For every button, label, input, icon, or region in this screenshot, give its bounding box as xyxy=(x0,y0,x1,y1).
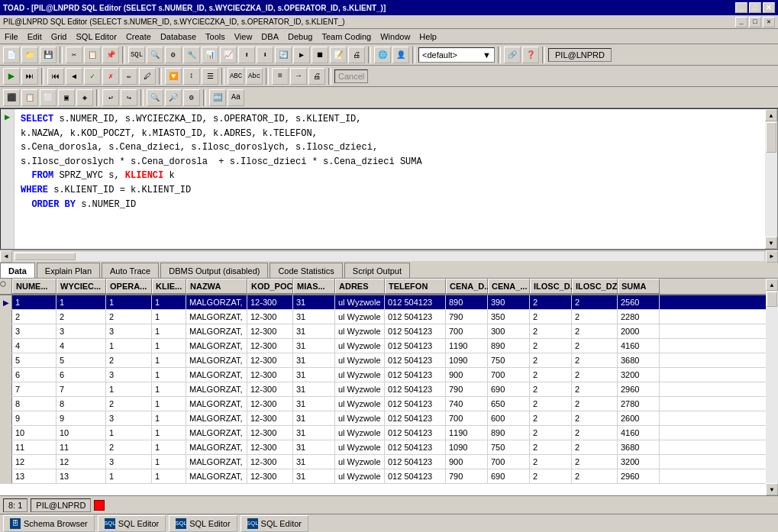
tab-data[interactable]: Data xyxy=(0,263,35,278)
tab-explain-plan[interactable]: Explain Plan xyxy=(37,263,100,278)
tb-btn-6[interactable]: 📈 xyxy=(220,47,237,63)
table-row[interactable]: 111121MALGORZAT,12-30031ul Wyzwole012 50… xyxy=(0,440,766,455)
col-header-klient[interactable]: KLIE... xyxy=(152,279,186,294)
tb3-btn9[interactable]: 🔎 xyxy=(165,89,182,106)
inner-maximize-button[interactable]: □ xyxy=(749,17,761,27)
tb2-sort-button[interactable]: ↕ xyxy=(183,68,200,85)
menu-database[interactable]: Database xyxy=(156,31,201,43)
tb-btn-17[interactable]: ❓ xyxy=(522,47,539,63)
table-row[interactable]: 7711MALGORZAT,12-30031ul Wyzwole012 5041… xyxy=(0,382,766,397)
table-row[interactable]: 101011MALGORZAT,12-30031ul Wyzwole012 50… xyxy=(0,426,766,440)
menu-dba[interactable]: DBA xyxy=(257,31,283,43)
scroll-down-button[interactable]: ▼ xyxy=(765,237,777,249)
menu-sql-editor[interactable]: SQL Editor xyxy=(71,31,121,43)
tb2-group-button[interactable]: ☰ xyxy=(202,68,218,85)
tb-btn-16[interactable]: 🔗 xyxy=(504,47,521,63)
table-row[interactable]: 9931MALGORZAT,12-30031ul Wyzwole012 5041… xyxy=(0,411,766,426)
hscroll-left-button[interactable]: ◀ xyxy=(0,250,12,263)
hscroll-thumb[interactable] xyxy=(15,253,76,260)
tb-btn-15[interactable]: 👤 xyxy=(392,47,409,63)
tb-cut-button[interactable]: ✂ xyxy=(66,47,82,63)
tb3-btn5[interactable]: ◈ xyxy=(76,89,93,106)
col-header-telefon[interactable]: TELEFON xyxy=(385,279,446,294)
hscroll-right-button[interactable]: ▶ xyxy=(766,250,778,263)
tb2-filter-button[interactable]: 🔽 xyxy=(165,68,182,85)
minimize-button[interactable]: _ xyxy=(735,2,747,13)
tb2-run-button[interactable]: ▶ xyxy=(3,68,20,85)
col-header-wycieczka[interactable]: WYCIEC... xyxy=(56,279,106,294)
tb-save-button[interactable]: 💾 xyxy=(40,47,56,63)
tab-code-statistics[interactable]: Code Statistics xyxy=(270,263,342,278)
col-header-ilosc-dz[interactable]: ILOSC_DZ... xyxy=(572,279,618,294)
menu-grid[interactable]: Grid xyxy=(47,31,72,43)
tb2-list-button[interactable]: ≡ xyxy=(272,68,289,85)
tb-btn-14[interactable]: 🌐 xyxy=(374,47,391,63)
tb-btn-12[interactable]: 📝 xyxy=(330,47,347,63)
tb-btn-1[interactable]: SQL xyxy=(128,47,145,63)
tb-paste-button[interactable]: 📌 xyxy=(102,47,119,63)
tb-btn-10[interactable]: ▶ xyxy=(293,47,310,63)
tb2-check-button[interactable]: ✓ xyxy=(84,68,101,85)
inner-minimize-button[interactable]: _ xyxy=(735,17,747,27)
grid-scroll-thumb[interactable] xyxy=(767,292,777,307)
table-row[interactable]: 121231MALGORZAT,12-30031ul Wyzwole012 50… xyxy=(0,455,766,469)
table-row[interactable]: ▶1111MALGORZAT,12-30031ul Wyzwole012 504… xyxy=(0,295,766,310)
tb3-btn10[interactable]: ⚙ xyxy=(183,89,200,106)
bottom-tab-sql3[interactable]: SQL SQL Editor xyxy=(241,515,308,532)
tb2-x-button[interactable]: ✗ xyxy=(102,68,119,85)
tb-btn-5[interactable]: 📊 xyxy=(202,47,218,63)
tb-btn-13[interactable]: 🖨 xyxy=(348,47,365,63)
tb3-btn7[interactable]: ↪ xyxy=(121,89,137,106)
tb-open-button[interactable]: 📁 xyxy=(21,47,38,63)
sql-content[interactable]: SELECT s.NUMER_ID, s.WYCIECZKA_ID, s.OPE… xyxy=(15,109,765,249)
tb-btn-9[interactable]: 🔄 xyxy=(275,47,292,63)
col-header-ilosc-d[interactable]: ILOSC_D... xyxy=(530,279,572,294)
menu-window[interactable]: Window xyxy=(376,31,415,43)
menu-team-coding[interactable]: Team Coding xyxy=(317,31,376,43)
tb-copy-button[interactable]: 📋 xyxy=(84,47,101,63)
tb-btn-8[interactable]: ⬇ xyxy=(257,47,273,63)
tb-btn-3[interactable]: ⚙ xyxy=(165,47,182,63)
tb2-indent-button[interactable]: → xyxy=(290,68,307,85)
tb3-btn4[interactable]: ▣ xyxy=(58,89,75,106)
tb3-btn6[interactable]: ↩ xyxy=(102,89,119,106)
tb2-abc2-button[interactable]: Abc xyxy=(246,68,263,85)
bottom-tab-schema[interactable]: 🗄 Schema Browser xyxy=(3,515,95,532)
tb-new-button[interactable]: 📄 xyxy=(3,47,20,63)
tab-auto-trace[interactable]: Auto Trace xyxy=(102,263,159,278)
menu-help[interactable]: Help xyxy=(415,31,441,43)
col-header-kod[interactable]: KOD_POCZT xyxy=(247,279,293,294)
col-header-nazwa[interactable]: NAZWA xyxy=(186,279,247,294)
menu-view[interactable]: View xyxy=(230,31,257,43)
menu-debug[interactable]: Debug xyxy=(283,31,317,43)
connection-dropdown[interactable]: <default> ▼ xyxy=(418,47,495,63)
table-row[interactable]: 6631MALGORZAT,12-30031ul Wyzwole012 5041… xyxy=(0,368,766,382)
table-row[interactable]: 131311MALGORZAT,12-30031ul Wyzwole012 50… xyxy=(0,469,766,484)
tb2-abc1-button[interactable]: ABC xyxy=(228,68,244,85)
table-row[interactable]: 4411MALGORZAT,12-30031ul Wyzwole012 5041… xyxy=(0,339,766,353)
tb3-btn2[interactable]: 📋 xyxy=(21,89,38,106)
tb-btn-11[interactable]: ⏹ xyxy=(312,47,328,63)
inner-close-button[interactable]: ✕ xyxy=(763,17,775,27)
table-row[interactable]: 8821MALGORZAT,12-30031ul Wyzwole012 5041… xyxy=(0,397,766,411)
tab-script-output[interactable]: Script Output xyxy=(344,263,410,278)
tb-btn-2[interactable]: 🔍 xyxy=(147,47,163,63)
col-header-adres[interactable]: ADRES xyxy=(335,279,385,294)
bottom-tab-sql2[interactable]: SQL SQL Editor xyxy=(169,515,237,532)
col-header-cena2[interactable]: CENA_... xyxy=(488,279,530,294)
tb2-nav1-button[interactable]: ⏮ xyxy=(47,68,64,85)
maximize-button[interactable]: □ xyxy=(749,2,761,13)
tab-dbms-output[interactable]: DBMS Output (disabled) xyxy=(160,263,268,278)
tb-btn-4[interactable]: 🔧 xyxy=(183,47,200,63)
grid-scroll-down-button[interactable]: ▼ xyxy=(766,483,778,495)
scroll-thumb[interactable] xyxy=(766,122,776,153)
col-header-operator[interactable]: OPERA... xyxy=(106,279,152,294)
tb2-print-button[interactable]: 🖨 xyxy=(308,68,325,85)
col-header-cena-d[interactable]: CENA_D... xyxy=(446,279,488,294)
bottom-tab-sql1[interactable]: SQL SQL Editor xyxy=(98,515,166,532)
scroll-up-button[interactable]: ▲ xyxy=(765,109,777,121)
menu-edit[interactable]: Edit xyxy=(23,31,47,43)
tb2-step-button[interactable]: ⏭ xyxy=(21,68,38,85)
col-header-miasto[interactable]: MIAS... xyxy=(293,279,335,294)
tb3-btn8[interactable]: 🔍 xyxy=(147,89,163,106)
